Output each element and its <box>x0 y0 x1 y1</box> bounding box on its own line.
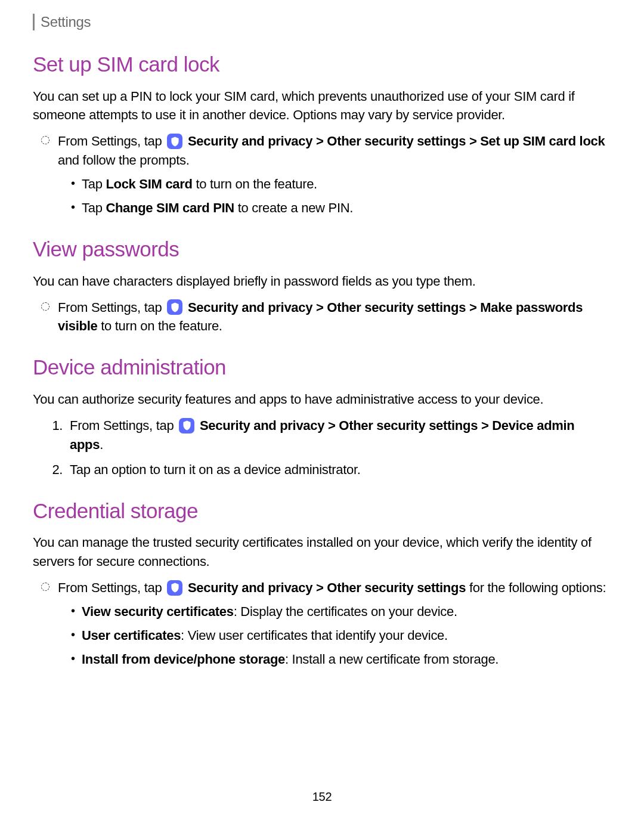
step-prefix: From Settings, tap <box>58 300 165 315</box>
heading-view-passwords: View passwords <box>33 234 611 265</box>
opt-strong: Install from device/phone storage <box>82 652 285 667</box>
sub-prefix: Tap <box>82 176 106 191</box>
list-credential-storage: From Settings, tap Security and privacy … <box>33 578 611 669</box>
shield-icon <box>167 580 182 596</box>
opt-suffix: : Display the certificates on your devic… <box>234 604 457 619</box>
opt-suffix: : Install a new certificate from storage… <box>285 652 499 667</box>
list-item: From Settings, tap Security and privacy … <box>58 298 611 336</box>
sub-prefix: Tap <box>82 200 106 215</box>
sub-suffix: to create a new PIN. <box>234 200 353 215</box>
breadcrumb: Settings <box>33 12 611 33</box>
list-view-passwords: From Settings, tap Security and privacy … <box>33 298 611 336</box>
intro-device-admin: You can authorize security features and … <box>33 390 611 409</box>
intro-sim-lock: You can set up a PIN to lock your SIM ca… <box>33 87 611 125</box>
list-item: User certificates: View user certificate… <box>82 626 611 645</box>
step-path: Security and privacy > Other security se… <box>188 580 466 595</box>
list-item: From Settings, tap Security and privacy … <box>58 132 611 218</box>
heading-device-admin: Device administration <box>33 352 611 383</box>
step-suffix: for the following options: <box>469 580 606 595</box>
step-suffix: to turn on the feature. <box>101 318 222 333</box>
list-item: From Settings, tap Security and privacy … <box>66 416 611 454</box>
sub-strong: Change SIM card PIN <box>106 200 234 215</box>
opt-strong: View security certificates <box>82 604 234 619</box>
list-item: Tap an option to turn it on as a device … <box>66 460 611 479</box>
intro-credential-storage: You can manage the trusted security cert… <box>33 533 611 571</box>
step-prefix: From Settings, tap <box>70 418 177 433</box>
step-suffix: and follow the prompts. <box>58 153 190 168</box>
heading-credential-storage: Credential storage <box>33 496 611 527</box>
intro-view-passwords: You can have characters displayed briefl… <box>33 272 611 291</box>
sub-strong: Lock SIM card <box>106 176 192 191</box>
opt-suffix: : View user certificates that identify y… <box>181 628 448 643</box>
shield-icon <box>179 418 194 433</box>
shield-icon <box>167 134 182 149</box>
page-number: 152 <box>33 788 611 806</box>
sublist-credential-storage: View security certificates: Display the … <box>58 602 611 669</box>
breadcrumb-label: Settings <box>41 12 91 33</box>
step-prefix: From Settings, tap <box>58 134 165 148</box>
sublist-sim-lock: Tap Lock SIM card to turn on the feature… <box>58 175 611 218</box>
sub-suffix: to turn on the feature. <box>193 176 317 191</box>
step-prefix: From Settings, tap <box>58 580 165 595</box>
list-sim-lock: From Settings, tap Security and privacy … <box>33 132 611 218</box>
opt-strong: User certificates <box>82 628 181 643</box>
step-path: Security and privacy > Other security se… <box>188 134 605 148</box>
heading-sim-lock: Set up SIM card lock <box>33 49 611 80</box>
list-item: From Settings, tap Security and privacy … <box>58 578 611 669</box>
breadcrumb-bar <box>33 14 35 30</box>
step-suffix: . <box>100 437 103 452</box>
list-item: View security certificates: Display the … <box>82 602 611 621</box>
list-item: Tap Change SIM card PIN to create a new … <box>82 199 611 218</box>
list-item: Tap Lock SIM card to turn on the feature… <box>82 175 611 194</box>
list-device-admin: From Settings, tap Security and privacy … <box>33 416 611 479</box>
shield-icon <box>167 299 182 315</box>
list-item: Install from device/phone storage: Insta… <box>82 650 611 669</box>
